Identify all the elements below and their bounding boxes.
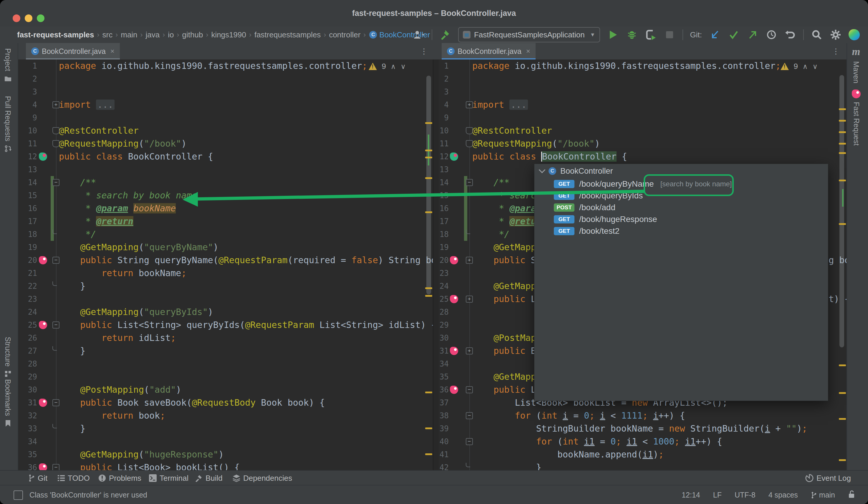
fold-marker[interactable] [466,463,470,467]
close-tab-icon[interactable]: × [526,47,530,55]
sidebar-item-fast-request[interactable]: Fast Request [852,90,861,146]
prev-warning-icon[interactable]: ∧ [391,62,396,71]
toolwindow-toggle-icon[interactable] [13,491,23,500]
inspection-widget[interactable]: 9 ∧ ∨ [369,62,406,71]
breadcrumb-item[interactable]: java [146,30,160,40]
debug-button[interactable] [626,29,638,41]
sidebar-item-pull-requests[interactable]: Pull Requests [3,96,12,153]
sidebar-item-bookmarks[interactable]: Bookmarks [3,379,12,427]
line-ending-widget[interactable]: LF [713,491,722,499]
editor-left[interactable]: 1package io.github.kings1990.fastrequest… [18,60,433,470]
run-with-coverage-button[interactable] [645,29,657,41]
build-hammer-icon[interactable] [439,29,451,41]
fold-marker[interactable] [466,127,473,134]
lock-icon[interactable] [848,490,855,500]
toolbar-item-todo[interactable]: TODO [58,471,90,485]
breadcrumb-item[interactable]: controller [329,30,360,40]
fast-request-gutter-icon[interactable] [39,256,47,264]
fold-marker[interactable] [466,230,470,234]
breadcrumb-item[interactable]: fast-request-samples [17,30,94,40]
breadcrumb-item[interactable]: main [121,30,137,40]
toolbar-item-problems[interactable]: Problems [99,471,141,485]
fold-marker[interactable]: + [466,257,473,264]
tab-options-icon[interactable]: ⋮ [830,46,841,56]
scrollbar-thumb[interactable] [839,75,844,347]
fast-request-gutter-icon[interactable] [450,153,458,161]
breadcrumb-item[interactable]: src [102,30,113,40]
commit-icon[interactable] [728,29,740,41]
popup-header[interactable]: C BookController [534,164,828,178]
toolbar-item-git[interactable]: Git [28,471,48,485]
gradient-sphere-icon[interactable] [849,29,860,40]
fold-marker[interactable]: − [466,412,473,419]
sidebar-item-project[interactable]: Project [3,48,12,82]
next-warning-icon[interactable]: ∨ [812,62,818,71]
fold-marker[interactable] [52,127,60,134]
fold-marker[interactable] [52,346,57,351]
fold-marker[interactable] [52,140,60,147]
prev-warning-icon[interactable]: ∧ [803,62,808,71]
tab-bookcontroller-left[interactable]: C BookController.java × [26,43,120,60]
fold-marker[interactable]: − [52,464,60,470]
fast-request-gutter-icon[interactable] [39,153,47,161]
fast-request-gutter-icon[interactable] [39,399,47,407]
encoding-widget[interactable]: UTF-8 [735,491,755,499]
endpoint-item[interactable]: POST/book/add [534,202,828,214]
fold-marker[interactable]: − [52,257,60,264]
search-icon[interactable] [811,29,823,41]
fold-marker[interactable] [52,281,57,286]
fold-marker[interactable]: − [466,386,473,393]
tab-bookcontroller-right[interactable]: C BookController.java × [442,43,536,60]
breadcrumb-item[interactable]: github [182,30,203,40]
close-tab-icon[interactable]: × [111,47,115,55]
inspection-widget[interactable]: 9 ∧ ∨ [781,62,818,71]
fold-marker[interactable] [52,424,57,428]
fold-marker[interactable]: − [466,438,473,445]
fast-request-gutter-icon[interactable] [450,385,458,394]
next-warning-icon[interactable]: ∨ [401,62,406,71]
editor-splitter[interactable] [433,60,439,470]
fold-marker[interactable] [52,230,57,234]
fold-marker[interactable]: − [466,179,473,186]
run-configuration-select[interactable]: FastRequestSamplesApplication ▼ [458,27,600,42]
users-icon[interactable] [413,29,425,41]
breadcrumb-item[interactable]: io [168,30,174,40]
chevron-down-icon[interactable] [539,167,546,173]
fast-request-gutter-icon[interactable] [450,295,458,303]
tab-options-icon[interactable]: ⋮ [419,46,429,56]
fold-marker[interactable] [466,140,473,147]
fold-marker[interactable]: − [52,321,60,329]
endpoint-item[interactable]: GET/book/queryByIds [534,190,828,202]
stop-button[interactable] [664,29,675,41]
fast-request-gutter-icon[interactable] [39,321,47,329]
fold-marker[interactable]: + [466,101,473,108]
sidebar-item-structure[interactable]: Structure [3,337,12,378]
toolbar-item-dependencies[interactable]: Dependencies [232,471,292,485]
endpoint-item[interactable]: GET/book/queryByName[search by book name… [534,178,828,190]
history-icon[interactable] [766,29,777,41]
toolbar-item-build[interactable]: Build [195,471,223,485]
fold-marker[interactable]: + [466,296,473,302]
event-log-button[interactable]: Event Log [805,471,851,485]
fold-marker[interactable]: − [52,179,60,186]
breadcrumb-item[interactable]: fastrequestsamples [255,30,321,40]
endpoint-item[interactable]: GET/book/hugeResponse [534,214,828,225]
update-project-icon[interactable] [709,29,721,41]
endpoint-item[interactable]: GET/book/test2 [534,225,828,237]
fast-request-gutter-icon[interactable] [39,463,47,470]
toolbar-item-terminal[interactable]: Terminal [149,471,188,485]
fold-marker[interactable]: − [52,399,60,406]
rollback-icon[interactable] [784,29,796,41]
fold-marker[interactable]: + [466,347,473,354]
breadcrumb-item[interactable]: kings1990 [211,30,246,40]
scrollbar-thumb[interactable] [426,76,431,295]
git-branch-widget[interactable]: main [811,491,835,499]
caret-position-widget[interactable]: 12:14 [682,491,700,499]
push-icon[interactable] [747,29,758,41]
sidebar-item-maven[interactable]: m Maven [852,45,860,83]
run-button[interactable] [607,29,619,41]
settings-gear-icon[interactable] [830,29,841,41]
fold-marker[interactable]: + [52,101,60,108]
fast-request-gutter-icon[interactable] [450,256,458,264]
fast-request-gutter-icon[interactable] [450,347,458,355]
